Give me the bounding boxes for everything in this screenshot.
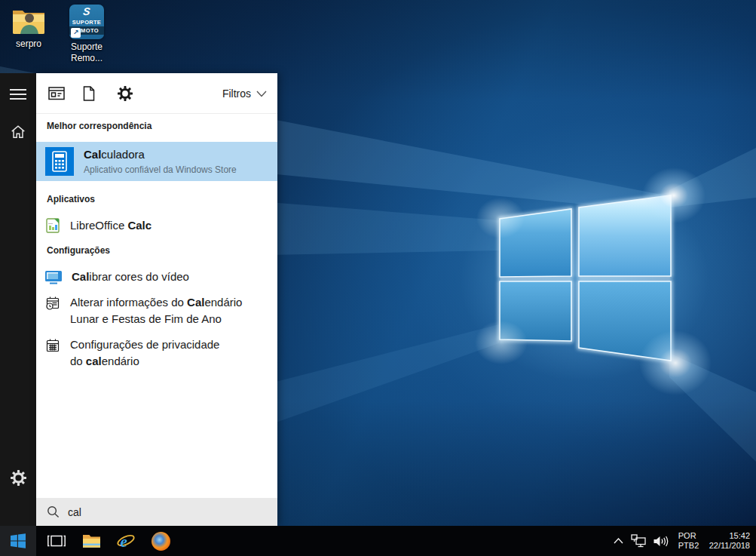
tile-logo: S — [69, 5, 104, 17]
result-subtitle: Aplicativo confiável da Windows Store — [84, 164, 237, 176]
desktop-icon-suporte-remoto[interactable]: S SUPORTE MOTO ↗ Suporte Remo... — [61, 5, 112, 64]
document-filter-icon — [83, 86, 95, 101]
internet-explorer-icon: e — [116, 531, 136, 551]
result-text: Calculadora Aplicativo confiável da Wind… — [84, 147, 237, 176]
volume-button[interactable] — [649, 526, 672, 556]
gear-icon — [11, 470, 26, 486]
keyboard-layout: PTB2 — [678, 541, 699, 551]
desktop-icon-label: serpro — [3, 38, 54, 50]
settings-button[interactable] — [0, 462, 36, 493]
volume-icon — [653, 535, 669, 548]
firefox-icon — [152, 532, 170, 551]
desktop: serpro S SUPORTE MOTO ↗ Suporte Remo... — [0, 0, 756, 556]
hamburger-icon — [10, 88, 26, 100]
result-label: Alterar informações do Calendário Lunar … — [70, 294, 242, 327]
network-icon — [631, 534, 646, 548]
taskbar-buttons: e — [39, 526, 178, 556]
task-view-icon — [47, 534, 66, 548]
show-hidden-icons-button[interactable] — [608, 526, 628, 556]
search-flyout-rail — [0, 73, 36, 526]
filters-dropdown[interactable]: Filtros — [219, 81, 270, 106]
system-tray: POR PTB2 15:42 22/11/2018 — [608, 526, 751, 556]
taskbar: e — [0, 526, 756, 556]
result-label: Configurações de privacidade do calendár… — [70, 336, 219, 370]
result-calibrar-cores[interactable]: Calibrar cores do vídeo — [36, 266, 277, 288]
windows-logo-icon — [11, 533, 26, 548]
filter-documents-button[interactable] — [76, 81, 102, 106]
home-icon — [10, 124, 26, 140]
language-code: POR — [678, 531, 699, 541]
result-label: LibreOffice Calc — [70, 217, 152, 234]
section-header-best-match: Melhor correspondência — [47, 121, 152, 131]
svg-text:e: e — [121, 533, 127, 551]
firefox-button[interactable] — [143, 526, 178, 556]
result-title: Calculadora — [84, 147, 237, 162]
tile-text: SUPORTE — [69, 19, 104, 26]
filters-label: Filtros — [222, 88, 251, 100]
network-button[interactable] — [628, 526, 649, 556]
search-results-panel: Filtros Melhor correspondência Calculado… — [36, 73, 277, 526]
section-header-apps: Aplicativos — [47, 194, 95, 204]
result-privacidade-calendario[interactable]: Configurações de privacidade do calendár… — [36, 336, 277, 371]
suporte-remoto-tile-icon: S SUPORTE MOTO ↗ — [69, 5, 104, 39]
desktop-icon-label: Suporte Remo... — [61, 41, 112, 64]
search-filter-bar: Filtros — [36, 73, 277, 114]
result-libreoffice-calc[interactable]: LibreOffice Calc — [36, 213, 277, 238]
search-input[interactable] — [68, 506, 277, 518]
display-icon — [45, 270, 62, 284]
user-folder-icon — [11, 5, 47, 36]
folder-icon — [82, 533, 101, 548]
result-calculadora[interactable]: Calculadora Aplicativo confiável da Wind… — [36, 142, 277, 181]
time: 15:42 — [702, 531, 750, 541]
calculator-icon — [45, 147, 74, 176]
section-header-settings: Configurações — [47, 245, 110, 256]
gear-icon — [118, 86, 133, 101]
result-alterar-calendario[interactable]: Alterar informações do Calendário Lunar … — [36, 294, 277, 329]
chevron-down-icon — [256, 91, 267, 97]
apps-filter-icon — [48, 87, 65, 100]
start-button[interactable] — [0, 526, 36, 556]
filter-apps-button[interactable] — [44, 81, 69, 106]
libreoffice-calc-icon — [45, 218, 60, 233]
chevron-up-icon — [614, 538, 623, 544]
language-indicator[interactable]: POR PTB2 — [672, 526, 702, 556]
file-explorer-button[interactable] — [74, 526, 109, 556]
clock[interactable]: 15:42 22/11/2018 — [702, 526, 751, 556]
shortcut-arrow-icon: ↗ — [71, 28, 81, 38]
search-icon — [47, 505, 60, 518]
search-box — [36, 498, 277, 526]
calendar-icon — [45, 338, 60, 353]
home-button[interactable] — [0, 117, 36, 147]
menu-button[interactable] — [0, 79, 36, 109]
date: 22/11/2018 — [702, 541, 750, 551]
internet-explorer-button[interactable]: e — [109, 526, 143, 556]
desktop-icon-serpro[interactable]: serpro — [3, 5, 54, 50]
calendar-clock-icon — [45, 296, 60, 311]
filter-settings-button[interactable] — [112, 81, 138, 106]
result-label: Calibrar cores do vídeo — [72, 269, 189, 285]
task-view-button[interactable] — [39, 526, 74, 556]
